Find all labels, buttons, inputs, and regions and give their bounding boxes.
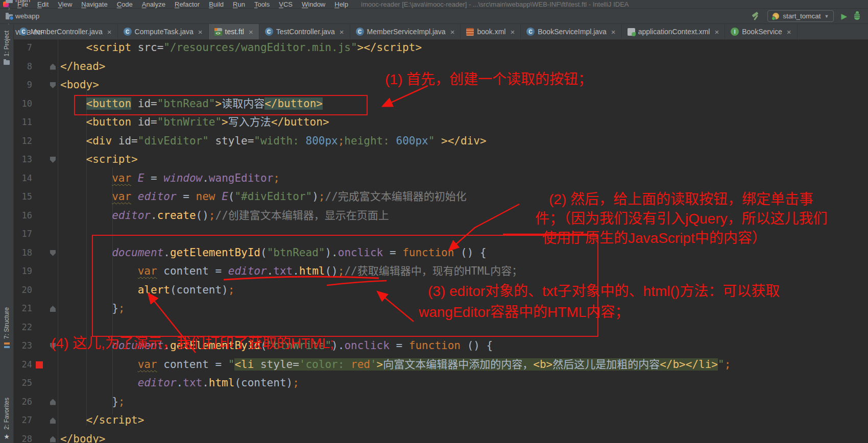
toolbar-right: start_tomcat ▼ ▶ [751,10,863,22]
line-number: 28 [14,434,32,443]
code-line-23[interactable]: 23 document.getElementById("btnWrite").o… [14,336,868,355]
code-line-19[interactable]: 19 var content = editor.txt.html();//获取编… [14,262,868,281]
code-line-12[interactable]: 12 <div id="divEditor" style="width: 800… [14,132,868,151]
menu-window[interactable]: Window [297,1,330,8]
code-line-7[interactable]: 7 <script src="/resources/wangEditor.min… [14,38,868,57]
menu-refactor[interactable]: Refactor [170,1,204,8]
menu-help[interactable]: Help [330,1,353,8]
line-number: 13 [14,154,32,164]
sidebar-item-structure[interactable]: 7: Structure [0,307,13,348]
line-number: 19 [14,266,32,276]
close-icon[interactable]: × [611,28,616,36]
build-hammer-icon[interactable] [751,12,760,20]
line-number: 11 [14,117,32,127]
line-number: 25 [14,378,32,388]
code-line-18[interactable]: 18 document.getElementById("btnRead").on… [14,243,868,262]
breadcrumb-main[interactable]: main [5,0,60,4]
fold-marker-icon[interactable] [50,417,56,424]
code-text: var E = window.wangEditor; [60,171,280,185]
line-number: 16 [14,210,32,220]
window-title: imooc-reader [E:\java\imooc-reader] - ..… [361,1,629,8]
code-line-8[interactable]: 8</head> [14,57,868,76]
fold-marker-icon[interactable] [50,436,56,442]
tab-bookserviceimpl-java[interactable]: CBookServiceImpl.java× [521,24,621,39]
code-line-13[interactable]: 13 <script> [14,150,868,169]
close-icon[interactable]: × [450,28,455,36]
line-number: 10 [14,99,32,109]
chevron-down-icon: ▼ [825,14,829,19]
fold-marker-icon[interactable] [50,157,56,163]
tab-label: MemberServiceImpl.java [367,28,446,36]
tab-applicationcontext-xml[interactable]: applicationContext.xml× [622,24,726,39]
fold-marker-icon[interactable] [50,399,56,405]
code-text: var content = "<li style='color: red'>向富… [60,358,731,371]
tab-label: test.ftl [225,28,244,36]
menu-navigate[interactable]: Navigate [77,1,112,8]
line-number: 8 [14,61,32,71]
run-button[interactable]: ▶ [841,12,847,20]
breadcrumb-label: main [15,0,30,4]
sidebar-item-project[interactable]: 1: Project [0,31,13,65]
structure-stripe-label: 7: Structure [3,307,10,339]
tab-computetask-java[interactable]: CComputeTask.java× [118,24,209,39]
close-icon[interactable]: × [198,28,203,36]
tab-membercontroller-java[interactable]: CMemberController.java× [14,24,118,39]
menu-run[interactable]: Run [228,1,250,8]
tomcat-icon [773,13,779,19]
fold-marker-icon[interactable] [50,64,56,70]
line-number: 24 [14,359,32,370]
code-text: document.getElementById("btnRead").oncli… [60,246,487,259]
code-line-16[interactable]: 16 editor.create();//创建富文本编辑器，显示在页面上 [14,206,868,225]
structure-icon [4,342,10,348]
close-icon[interactable]: × [714,28,719,36]
tab-test-ftl[interactable]: test.ftl× [209,24,259,39]
code-line-28[interactable]: 28</body> [14,430,868,443]
tab-bookservice[interactable]: IBookService× [725,24,797,39]
code-line-26[interactable]: 26 }; [14,392,868,411]
code-line-14[interactable]: 14 var E = window.wangEditor; [14,169,868,188]
tab-book-xml[interactable]: book.xml× [461,24,521,39]
run-configuration-label: start_tomcat [783,12,821,20]
menu-build[interactable]: Build [204,1,228,8]
fold-marker-icon[interactable] [50,82,56,88]
tab-memberserviceimpl-java[interactable]: CMemberServiceImpl.java× [350,24,461,39]
tab-label: TestController.java [276,28,335,36]
fold-marker-icon[interactable] [50,306,56,312]
close-icon[interactable]: × [787,28,791,36]
debug-button[interactable] [854,13,860,20]
code-line-15[interactable]: 15 var editor = new E("#divEditor");//完成… [14,187,868,206]
code-line-27[interactable]: 27 </script> [14,411,868,430]
code-text: <body> [60,78,99,91]
menu-code[interactable]: Code [112,1,137,8]
red-gutter-marker[interactable] [36,361,43,368]
close-icon[interactable]: × [510,28,515,36]
close-icon[interactable]: × [340,28,344,36]
close-icon[interactable]: × [249,28,253,36]
menu-tools[interactable]: Tools [250,1,274,8]
code-editor[interactable]: 7 <script src="/resources/wangEditor.min… [14,40,868,443]
menu-vcs[interactable]: VCS [274,1,297,8]
sidebar-item-favorites[interactable]: 2: Favorites ★ [0,398,13,440]
breadcrumb-webapp[interactable]: webapp [5,12,60,20]
menu-analyze[interactable]: Analyze [137,1,170,8]
tab-testcontroller-java[interactable]: CTestController.java× [259,24,350,39]
code-line-10[interactable]: 10 <button id="btnRead">读取内容</button> [14,94,868,113]
run-configuration-select[interactable]: start_tomcat ▼ [767,10,834,22]
code-line-22[interactable]: 22 [14,318,868,337]
code-line-11[interactable]: 11 <button id="btnWrite">写入方法</button> [14,113,868,132]
fold-marker-icon[interactable] [50,343,56,349]
code-text: <button id="btnWrite">写入方法</button> [60,115,329,129]
code-line-9[interactable]: 9<body> [14,76,868,94]
close-icon[interactable]: × [107,28,112,36]
java-class-icon: C [356,28,364,36]
code-line-21[interactable]: 21 }; [14,299,868,318]
fold-marker-icon[interactable] [50,250,56,256]
code-line-25[interactable]: 25 editor.txt.html(content); [14,374,868,392]
line-number: 20 [14,285,32,295]
code-line-17[interactable]: 17 [14,225,868,243]
code-line-20[interactable]: 20 alert(content); [14,281,868,300]
code-line-24[interactable]: 24 var content = "<li style='color: red'… [14,355,868,374]
line-number: 21 [14,303,32,313]
line-number: 12 [14,136,32,146]
line-number: 15 [14,191,32,202]
